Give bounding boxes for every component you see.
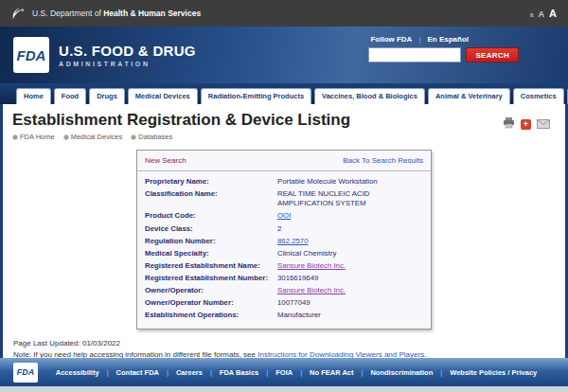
note-prefix: Note: If you need help accessing informa… [13, 350, 257, 358]
footer-link-nondiscrimination[interactable]: Nondiscrimination [370, 368, 433, 377]
font-size-controls: a A A [530, 8, 557, 19]
detail-row-regulation-number: Regulation Number:862.2570 [145, 237, 423, 246]
banner-title-sub: ADMINISTRATION [59, 61, 196, 67]
nav-tab-food[interactable]: Food [54, 88, 86, 104]
footer-link-contact-fda[interactable]: Contact FDA [116, 368, 159, 377]
footer-link-foia[interactable]: FOIA [275, 368, 293, 377]
detail-row-owner-operator-number: Owner/Operator Number:10077049 [145, 298, 423, 308]
detail-row-classification-name: Classification Name:REAL TIME NUCLEIC AC… [145, 189, 423, 208]
detail-row-registered-establishment-number: Registered Establishment Number:30166196… [145, 274, 423, 283]
field-value-link[interactable]: OOI [277, 211, 291, 220]
field-value-link[interactable]: 862.2570 [277, 237, 309, 245]
field-label: Proprietary Name: [145, 177, 277, 187]
detail-row-establishment-operations: Establishment Operations:Manufacturer [145, 311, 423, 320]
field-value: Sansure Biotech Inc. [277, 261, 423, 271]
field-value: 10077049 [277, 298, 423, 308]
footer-separator: | [300, 368, 302, 377]
field-value: REAL TIME NUCLEIC ACID AMPLIFICATION SYS… [277, 189, 423, 208]
detail-row-proprietary-name: Proprietary Name:Portable Molecule Works… [145, 177, 423, 187]
detail-box-header: New Search Back To Search Results [137, 151, 431, 171]
fda-logo[interactable]: FDA [13, 37, 49, 73]
breadcrumb-dot-icon [63, 134, 69, 140]
field-value: 862.2570 [277, 237, 423, 246]
field-value: Manufacturer [277, 311, 423, 320]
share-icon[interactable]: + [521, 119, 531, 130]
link-divider: | [418, 35, 420, 44]
banner-title-main: U.S. FOOD & DRUG [59, 43, 196, 59]
footer-link-fda-basics[interactable]: FDA Basics [220, 368, 258, 377]
note-suffix: . [424, 350, 426, 358]
breadcrumb: FDA HomeMedical DevicesDatabases [12, 133, 556, 141]
footer-separator: | [361, 368, 363, 377]
field-value: 2 [277, 224, 423, 234]
font-size-medium-button[interactable]: A [539, 9, 545, 19]
breadcrumb-item-databases[interactable]: Databases [131, 133, 172, 141]
back-to-search-results-link[interactable]: Back To Search Results [343, 156, 423, 165]
field-label: Device Class: [145, 224, 277, 234]
nav-tab-drugs[interactable]: Drugs [89, 88, 125, 104]
field-value-link[interactable]: Sansure Biotech Inc. [277, 261, 346, 270]
new-search-link[interactable]: New Search [145, 156, 186, 165]
main-content: Establishment Registration & Device List… [0, 104, 568, 358]
follow-fda-link[interactable]: Follow FDA [370, 35, 412, 44]
field-value: Clinical Chemistry [277, 249, 423, 258]
dept-bold: Health & Human Services [103, 9, 201, 18]
fda-banner: FDA U.S. FOOD & DRUG ADMINISTRATION Foll… [0, 27, 568, 83]
footer-fda-logo[interactable]: FDA [13, 363, 38, 383]
footer-separator: | [107, 368, 109, 377]
field-label: Medical Specialty: [145, 249, 277, 258]
field-value: Portable Molecule Workstation [277, 177, 423, 187]
field-label: Registered Establishment Number: [145, 274, 277, 283]
breadcrumb-label: Databases [138, 133, 172, 141]
detail-table: Proprietary Name:Portable Molecule Works… [137, 171, 431, 329]
page-title: Establishment Registration & Device List… [12, 111, 556, 130]
breadcrumb-item-fda-home[interactable]: FDA Home [12, 133, 55, 141]
hhs-department-label: U.S. Department of Health & Human Servic… [32, 9, 201, 18]
bottom-strip [0, 386, 568, 392]
banner-utilities: Follow FDA | En Español SEARCH [368, 35, 519, 62]
footer-separator: | [440, 368, 442, 377]
footer-link-accessibility[interactable]: Accessibility [56, 368, 99, 377]
nav-tab-medical-devices[interactable]: Medical Devices [128, 88, 198, 104]
search-button[interactable]: SEARCH [466, 47, 519, 62]
field-label: Registered Establishment Name: [145, 261, 277, 271]
print-icon[interactable] [503, 116, 515, 133]
field-value-link[interactable]: Sansure Biotech Inc. [277, 286, 346, 294]
nav-tab-vaccines-blood-biologics[interactable]: Vaccines, Blood & Biologics [314, 88, 425, 104]
font-size-small-button[interactable]: a [530, 11, 534, 18]
detail-row-device-class: Device Class:2 [145, 224, 423, 234]
breadcrumb-dot-icon [131, 134, 136, 140]
nav-tab-home[interactable]: Home [16, 88, 51, 104]
breadcrumb-item-medical-devices[interactable]: Medical Devices [63, 133, 123, 141]
field-label: Owner/Operator Number: [145, 298, 277, 308]
device-detail-box: New Search Back To Search Results Propri… [136, 150, 432, 330]
field-value: 3016619649 [277, 274, 423, 283]
email-icon[interactable] [537, 116, 550, 133]
font-size-large-button[interactable]: A [549, 8, 557, 19]
detail-row-medical-specialty: Medical Specialty:Clinical Chemistry [145, 249, 423, 258]
dept-prefix: U.S. Department of [32, 9, 101, 18]
nav-tab-cosmetics[interactable]: Cosmetics [513, 88, 564, 104]
search-input[interactable] [368, 47, 461, 62]
page: U.S. Department of Health & Human Servic… [0, 0, 568, 392]
footer-links: Accessibility|Contact FDA|Careers|FDA Ba… [38, 368, 555, 377]
breadcrumb-label: Medical Devices [71, 133, 123, 141]
field-label: Establishment Operations: [145, 311, 277, 320]
footer-separator: | [210, 368, 212, 377]
page-notes: Page Last Updated: 01/03/2022 Note: If y… [12, 338, 556, 359]
breadcrumb-label: FDA Home [20, 133, 55, 141]
field-label: Product Code: [145, 211, 277, 221]
banner-links: Follow FDA | En Español [368, 35, 519, 44]
footer-link-website-policies-privacy[interactable]: Website Policies / Privacy [450, 368, 537, 377]
en-espanol-link[interactable]: En Español [427, 35, 469, 44]
footer-link-careers[interactable]: Careers [176, 368, 203, 377]
downloading-viewers-link[interactable]: Instructions for Downloading Viewers and… [257, 350, 424, 358]
detail-row-owner-operator: Owner/Operator:Sansure Biotech Inc. [145, 286, 423, 295]
breadcrumb-dot-icon [12, 134, 18, 140]
field-label: Classification Name: [145, 189, 277, 208]
footer-link-no-fear-act[interactable]: No FEAR Act [310, 368, 353, 377]
nav-tabs: HomeFoodDrugsMedical DevicesRadiation-Em… [0, 83, 568, 104]
footer-bar: FDA Accessibility|Contact FDA|Careers|FD… [0, 358, 568, 386]
nav-tab-animal-veterinary[interactable]: Animal & Veterinary [428, 88, 510, 104]
nav-tab-radiation-emitting-products[interactable]: Radiation-Emitting Products [201, 88, 311, 104]
